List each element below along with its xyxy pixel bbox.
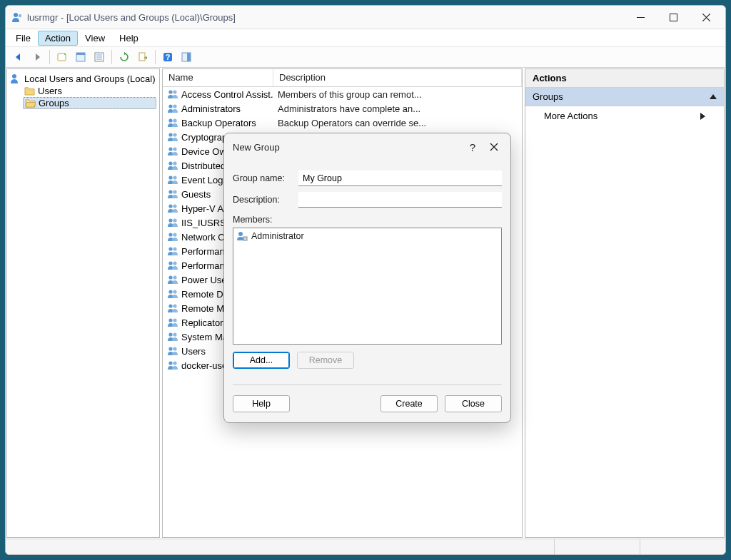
tree-panel[interactable]: Local Users and Groups (Local) Users Gro… [6, 68, 160, 538]
remove-button[interactable]: Remove [297, 352, 354, 369]
svg-point-31 [168, 218, 172, 222]
close-button[interactable] [690, 6, 722, 29]
tree-groups-label: Groups [39, 98, 69, 108]
actions-more-actions[interactable]: More Actions [525, 106, 724, 126]
toolbar-separator [49, 50, 50, 64]
svg-point-25 [168, 175, 172, 179]
back-button[interactable] [10, 49, 27, 66]
status-cell [554, 539, 640, 554]
svg-point-0 [14, 13, 18, 17]
help-button[interactable]: Help [233, 395, 290, 412]
list-row[interactable]: Access Control Assist...Members of this … [163, 87, 522, 101]
svg-point-16 [173, 104, 176, 108]
svg-point-40 [173, 275, 176, 279]
svg-rect-54 [243, 237, 247, 240]
svg-point-39 [168, 275, 172, 279]
statusbar [6, 539, 725, 554]
menu-action[interactable]: Action [38, 31, 78, 46]
svg-text:?: ? [166, 53, 171, 61]
tree-root[interactable]: Local Users and Groups (Local) [10, 72, 156, 85]
svg-point-32 [173, 218, 176, 222]
svg-point-14 [173, 90, 176, 93]
actions-groups-label: Groups [533, 91, 563, 102]
column-header-name[interactable]: Name [163, 69, 273, 86]
actions-pane-button[interactable] [178, 49, 195, 66]
svg-point-51 [168, 361, 172, 365]
description-label: Description: [233, 195, 298, 205]
actions-panel: Actions Groups More Actions [525, 68, 725, 538]
svg-point-36 [173, 247, 176, 250]
svg-point-18 [173, 118, 176, 122]
dialog-help-button[interactable]: ? [462, 138, 483, 156]
svg-point-28 [173, 190, 176, 193]
tree-node-users[interactable]: Users [24, 85, 156, 97]
toolbar: ? [6, 46, 725, 68]
svg-point-46 [173, 318, 176, 322]
help-button[interactable]: ? [159, 49, 176, 66]
list-header: Name Description [163, 69, 522, 87]
close-button[interactable]: Close [445, 395, 502, 412]
list-row[interactable]: AdministratorsAdministrators have comple… [163, 101, 522, 116]
group-name-input[interactable] [298, 170, 502, 186]
svg-point-43 [168, 304, 172, 307]
svg-point-41 [168, 290, 172, 293]
maximize-button[interactable] [657, 6, 690, 29]
svg-point-12 [12, 74, 16, 78]
list-button[interactable] [91, 49, 108, 66]
svg-point-37 [168, 261, 172, 265]
svg-point-24 [173, 161, 176, 165]
description-input[interactable] [298, 192, 502, 208]
lusrmgr-icon [10, 73, 21, 84]
titlebar: lusrmgr - [Local Users and Groups (Local… [6, 6, 725, 29]
dialog-titlebar: New Group ? [224, 133, 510, 161]
svg-point-42 [173, 290, 176, 293]
svg-point-45 [168, 318, 172, 322]
dialog-close-button[interactable] [483, 138, 505, 156]
svg-point-47 [168, 332, 172, 336]
folder-icon [24, 86, 35, 96]
new-button[interactable] [54, 49, 71, 66]
svg-point-21 [168, 147, 172, 151]
properties-button[interactable] [72, 49, 89, 66]
svg-point-33 [168, 233, 172, 236]
create-button[interactable]: Create [380, 395, 438, 412]
status-cell [640, 539, 725, 554]
members-listbox[interactable]: Administrator [233, 228, 502, 345]
svg-point-19 [168, 133, 172, 136]
svg-point-35 [168, 247, 172, 250]
collapse-icon [710, 94, 717, 99]
svg-point-17 [168, 118, 172, 122]
svg-point-48 [173, 332, 176, 336]
svg-point-30 [173, 204, 176, 208]
menu-help[interactable]: Help [112, 31, 146, 46]
group-name-label: Group name: [233, 173, 298, 183]
svg-point-22 [173, 147, 176, 151]
toolbar-separator [155, 50, 156, 64]
minimize-button[interactable] [624, 6, 657, 29]
menu-file[interactable]: File [9, 31, 38, 46]
svg-point-13 [168, 90, 172, 93]
list-row[interactable]: Backup OperatorsBackup Operators can ove… [163, 116, 522, 130]
dialog-title: New Group [233, 142, 462, 153]
actions-more-label: More Actions [544, 111, 598, 121]
svg-point-15 [168, 104, 172, 108]
column-header-description[interactable]: Description [273, 69, 522, 86]
menubar: File Action View Help [6, 29, 725, 46]
forward-button[interactable] [29, 49, 46, 66]
svg-point-1 [19, 14, 21, 17]
refresh-button[interactable] [116, 49, 133, 66]
submenu-icon [700, 113, 705, 120]
app-icon [11, 11, 23, 23]
folder-open-icon [25, 98, 36, 108]
menu-view[interactable]: View [78, 31, 112, 46]
svg-point-23 [168, 161, 172, 165]
export-button[interactable] [134, 49, 151, 66]
member-item[interactable]: Administrator [236, 231, 498, 241]
svg-rect-7 [139, 53, 145, 61]
actions-section-groups[interactable]: Groups [525, 88, 724, 106]
svg-point-38 [173, 261, 176, 265]
svg-point-34 [173, 233, 176, 236]
add-button[interactable]: Add... [233, 352, 290, 369]
svg-point-44 [173, 304, 176, 307]
tree-node-groups[interactable]: Groups [23, 97, 156, 109]
